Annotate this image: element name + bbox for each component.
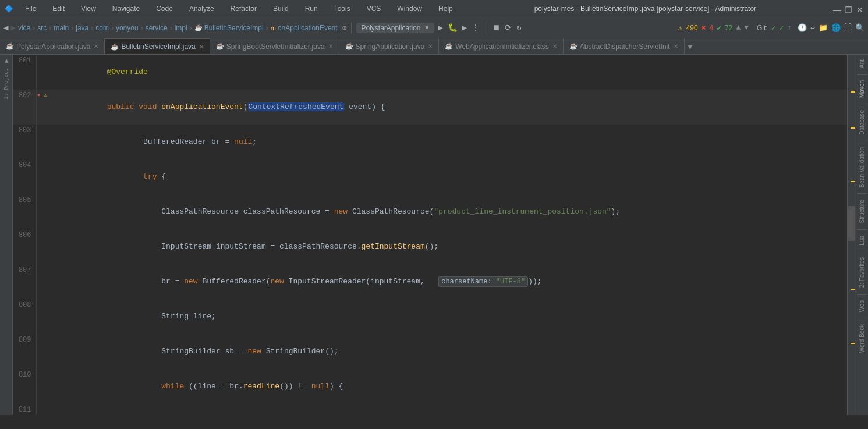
menu-code[interactable]: Code <box>151 3 178 14</box>
fullscreen-icon[interactable]: ⛶ <box>844 23 852 32</box>
code-content-810[interactable]: while ((line = br.readLine()) != null) { <box>48 369 847 404</box>
back-icon[interactable]: ◀ <box>3 23 8 33</box>
tab-bulletin-service[interactable]: ☕ BulletinServiceImpl.java ✕ <box>105 38 210 54</box>
line-number-807: 807 <box>13 264 36 299</box>
bean-label: Bean Validation <box>859 147 865 187</box>
menu-vcs[interactable]: VCS <box>362 3 386 14</box>
sidebar-bean[interactable]: Bean Validation <box>859 144 865 191</box>
breadcrumb-method[interactable]: onApplicationEvent <box>278 24 338 32</box>
scroll-marker-2 <box>851 127 855 129</box>
code-content-808[interactable]: String line; <box>48 299 847 334</box>
tab-icon-abstract: ☕ <box>569 42 578 50</box>
tab-polystar-application[interactable]: ☕ PolystarApplication.java ✕ <box>0 38 105 54</box>
menu-analyze[interactable]: Analyze <box>185 3 219 14</box>
code-content-803[interactable]: BufferedReader br = null; <box>48 125 847 159</box>
sidebar-maven[interactable]: Maven <box>859 77 865 101</box>
sidebar-favorites[interactable]: 2: Favorites <box>859 254 865 291</box>
code-container[interactable]: 801 @Override 802 ● ⚠ public void onAppl… <box>13 55 847 415</box>
menu-tools[interactable]: Tools <box>330 3 355 14</box>
breadcrumb-vice[interactable]: vice <box>18 24 30 32</box>
scroll-marker-1 <box>851 91 855 93</box>
debug-button[interactable]: 🐛 <box>447 22 459 34</box>
errors-count: 4 <box>710 24 714 32</box>
tab-web-app-initializer[interactable]: ☕ WebApplicationInitializer.class ✕ <box>439 38 564 54</box>
breadcrumb-service[interactable]: service <box>146 24 168 32</box>
close-button[interactable]: ✕ <box>856 5 863 12</box>
coverage-button[interactable]: ▶ <box>461 22 468 34</box>
collapse-icon[interactable]: ▲ <box>736 23 741 32</box>
git-up-icon: ↑ <box>787 23 792 32</box>
sidebar-wordbook[interactable]: Word Book <box>859 321 865 356</box>
menu-file[interactable]: File <box>20 3 41 14</box>
maximize-button[interactable]: ❐ <box>845 5 852 12</box>
sidebar-database[interactable]: Database <box>859 107 865 139</box>
tab-label-abstract: AbstractDispatcherServletInit <box>580 42 670 51</box>
warnings-count: 490 <box>686 24 698 32</box>
translate-icon[interactable]: 🌐 <box>831 23 841 33</box>
forward-icon[interactable]: ▶ <box>10 23 15 33</box>
menu-view[interactable]: View <box>76 3 101 14</box>
tab-close-web-app[interactable]: ✕ <box>552 43 557 49</box>
menu-help[interactable]: Help <box>434 3 458 14</box>
tab-overflow-button[interactable]: ▼ <box>685 41 696 54</box>
more-run-button[interactable]: ⋮ <box>470 22 481 34</box>
code-content-811[interactable]: sb.append(line); <box>48 404 847 415</box>
tab-spring-application[interactable]: ☕ SpringApplication.java ✕ <box>339 38 440 54</box>
sidebar-divider-6 <box>857 251 867 251</box>
run-config[interactable]: PolystarApplication ▼ <box>356 23 434 33</box>
menu-navigate[interactable]: Navigate <box>108 3 144 14</box>
tab-close-polystar[interactable]: ✕ <box>94 43 98 49</box>
tab-abstract-dispatcher[interactable]: ☕ AbstractDispatcherServletInit ✕ <box>564 38 685 54</box>
breadcrumb-src[interactable]: src <box>37 24 47 32</box>
favorites-label: 2: Favorites <box>859 257 865 288</box>
menu-build[interactable]: Build <box>268 3 293 14</box>
minimize-button[interactable]: — <box>833 5 840 12</box>
code-content-806[interactable]: InputStream inputStream = classPathResou… <box>48 229 847 264</box>
breadcrumb-java[interactable]: java <box>76 24 88 32</box>
code-content-802[interactable]: public void onApplicationEvent(ContextRe… <box>48 90 847 125</box>
search-icon[interactable]: 🔍 <box>855 23 865 33</box>
sidebar-ant[interactable]: Ant <box>859 56 865 72</box>
gutter-icon-803 <box>36 125 48 159</box>
sidebar-lua[interactable]: Lua <box>859 232 865 249</box>
left-sidebar-icons: ▶ 1: Project <box>3 55 9 100</box>
breakpoint-icon[interactable]: ● <box>37 92 41 98</box>
clock-icon[interactable]: 🕐 <box>798 23 807 33</box>
code-content-809[interactable]: StringBuilder sb = new StringBuilder(); <box>48 334 847 369</box>
breadcrumb-main[interactable]: main <box>54 24 69 32</box>
table-row: 802 ● ⚠ public void onApplicationEvent(C… <box>13 90 847 125</box>
breadcrumb-yonyou[interactable]: yonyou <box>116 24 139 32</box>
breadcrumb-class[interactable]: BulletinServiceImpl <box>204 24 264 32</box>
menu-window[interactable]: Window <box>392 3 427 14</box>
update-button[interactable]: ⟳ <box>504 22 513 34</box>
tab-close-bulletin[interactable]: ✕ <box>199 44 204 50</box>
sidebar-web[interactable]: Web <box>859 297 865 315</box>
undo-icon[interactable]: ↩ <box>810 23 815 33</box>
tooltip-param-name: charsetName: <box>441 278 491 286</box>
table-row: 808 String line; <box>13 299 847 334</box>
tab-close-springboot[interactable]: ✕ <box>328 43 333 49</box>
breadcrumb-impl[interactable]: impl <box>175 24 187 32</box>
code-content-804[interactable]: try { <box>48 159 847 194</box>
sidebar-structure[interactable]: Structure <box>859 196 865 227</box>
sync-button[interactable]: ↻ <box>515 22 522 34</box>
menu-refactor[interactable]: Refactor <box>226 3 261 14</box>
code-content-807[interactable]: br = new BufferedReader(new InputStreamR… <box>48 264 847 299</box>
tab-close-abstract[interactable]: ✕ <box>674 43 678 49</box>
menu-edit[interactable]: Edit <box>48 3 69 14</box>
code-content-801[interactable]: @Override <box>48 55 847 90</box>
code-content-805[interactable]: ClassPathResource classPathResource = ne… <box>48 194 847 229</box>
breadcrumb-settings-icon[interactable]: ⚙ <box>342 23 347 33</box>
scroll-thumb[interactable] <box>848 206 855 241</box>
breadcrumb-com[interactable]: com <box>95 24 109 32</box>
menu-run[interactable]: Run <box>300 3 323 14</box>
stop-button[interactable]: ⏹ <box>491 22 501 34</box>
run-config-chevron-icon[interactable]: ▼ <box>424 24 430 31</box>
expand-icon[interactable]: ▼ <box>744 23 749 32</box>
folder-icon[interactable]: 📁 <box>819 23 828 33</box>
tab-close-spring-app[interactable]: ✕ <box>428 43 433 49</box>
tab-springboot-servlet[interactable]: ☕ SpringBootServletInitializer.java ✕ <box>210 38 339 54</box>
run-button[interactable]: ▶ <box>437 22 444 34</box>
project-icon[interactable]: ▶ <box>2 59 10 63</box>
project-label[interactable]: 1: Project <box>3 68 9 100</box>
